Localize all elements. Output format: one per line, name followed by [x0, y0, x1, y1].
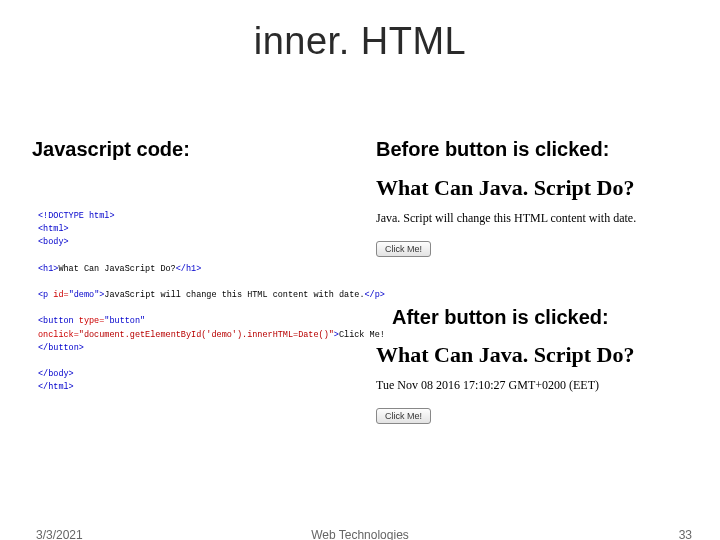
after-heading: After button is clicked: [392, 306, 609, 329]
code-val: "button" [104, 316, 145, 326]
demo-paragraph: Java. Script will change this HTML conte… [376, 211, 696, 226]
before-panel: What Can Java. Script Do? Java. Script w… [376, 175, 696, 257]
code-line: <p [38, 290, 53, 300]
code-line: </html> [38, 382, 74, 392]
code-line: </button> [38, 343, 84, 353]
footer-page-number: 33 [679, 528, 692, 540]
left-column-heading: Javascript code: [32, 138, 190, 161]
code-line: <h1> [38, 264, 58, 274]
code-line: <body> [38, 237, 69, 247]
code-text: JavaScript will change this HTML content… [104, 290, 364, 300]
code-line: <button [38, 316, 79, 326]
right-column-heading: Before button is clicked: [376, 138, 609, 161]
after-panel: What Can Java. Script Do? Tue Nov 08 201… [376, 342, 706, 424]
code-line: </h1> [176, 264, 202, 274]
code-line: <!DOCTYPE html> [38, 211, 115, 221]
slide: inner. HTML Javascript code: Before butt… [0, 20, 720, 540]
code-text: What Can JavaScript Do? [58, 264, 175, 274]
code-line: </p> [365, 290, 385, 300]
code-js: "document.getElementById('demo').innerHT… [79, 330, 334, 340]
demo-heading: What Can Java. Script Do? [376, 342, 706, 368]
demo-heading: What Can Java. Script Do? [376, 175, 696, 201]
code-text: Click Me! [339, 330, 385, 340]
code-attr: type= [79, 316, 105, 326]
code-attr: onclick= [38, 330, 79, 340]
code-attr: id= [53, 290, 68, 300]
code-val: "demo" [69, 290, 100, 300]
code-block: <!DOCTYPE html> <html> <body> <h1>What C… [38, 210, 378, 394]
code-line: <html> [38, 224, 69, 234]
click-me-button[interactable]: Click Me! [376, 408, 431, 424]
page-title: inner. HTML [0, 20, 720, 63]
footer-title: Web Technologies [0, 528, 720, 540]
click-me-button[interactable]: Click Me! [376, 241, 431, 257]
code-line: </body> [38, 369, 74, 379]
demo-date-output: Tue Nov 08 2016 17:10:27 GMT+0200 (EET) [376, 378, 706, 393]
